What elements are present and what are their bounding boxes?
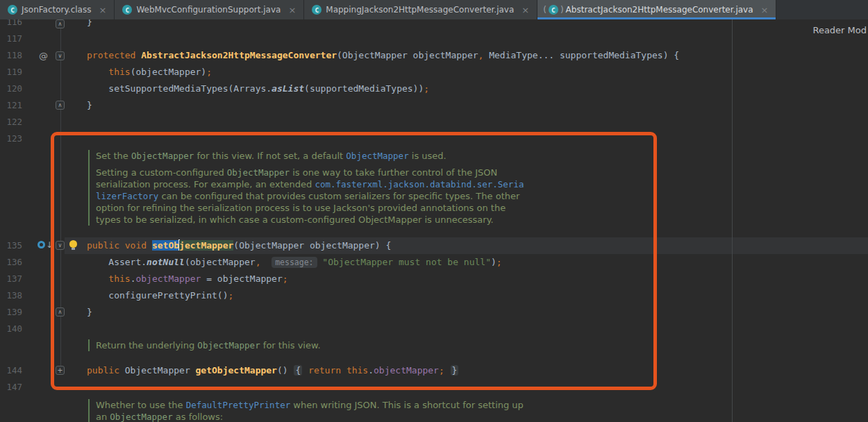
code-line[interactable]: 117 <box>0 31 868 47</box>
code-line[interactable]: 121} <box>0 97 868 114</box>
code-token: return <box>308 365 347 375</box>
code-text: setSupportedMediaTypes(Arrays.asList(sup… <box>87 81 429 97</box>
class-icon: C <box>549 5 558 15</box>
code-line[interactable]: 122 <box>0 114 868 130</box>
code-token: } <box>87 307 92 317</box>
doc-paragraph: Setting a custom-configured ObjectMapper… <box>96 167 525 226</box>
code-token: getObjectMapper <box>196 365 277 375</box>
code-token: } <box>451 365 459 375</box>
code-token: this <box>108 67 130 77</box>
tab-close-icon[interactable]: × <box>521 5 529 15</box>
class-icon: C <box>122 5 132 15</box>
code-token: asList <box>272 83 304 94</box>
rendered-doc-block: Set the ObjectMapper for this view. If n… <box>88 150 525 226</box>
code-text: configurePrettyPrint(); <box>87 287 233 304</box>
line-number: 136 <box>0 254 22 271</box>
line-number: 147 <box>0 379 22 396</box>
code-line[interactable]: 144public ObjectMapper getObjectMapper()… <box>0 362 868 379</box>
code-token: ; <box>228 290 234 301</box>
tab-label: JsonFactory.class <box>22 5 91 15</box>
code-token: (ObjectMapper objectMapper <box>337 50 478 60</box>
code-line[interactable]: 120 setSupportedMediaTypes(Arrays.asList… <box>0 81 868 97</box>
tab-close-icon[interactable]: × <box>761 5 769 15</box>
code-line[interactable]: 140 <box>0 321 868 337</box>
intention-lightbulb-icon[interactable] <box>69 240 77 248</box>
code-line[interactable]: 137 this.objectMapper = objectMapper; <box>0 271 868 287</box>
fold-open-icon[interactable]: ∨ <box>56 241 65 250</box>
doc-text: as follows: <box>173 412 224 422</box>
overridden-method-icon[interactable] <box>37 241 45 248</box>
fold-end-icon[interactable]: ∧ <box>56 19 65 28</box>
tab-close-icon[interactable]: × <box>99 5 106 15</box>
code-text: public ObjectMapper getObjectMapper() { … <box>87 362 459 379</box>
line-number: 118 <box>0 47 22 64</box>
tab-label: MappingJackson2HttpMessageConverter.java <box>326 5 514 15</box>
line-number: 140 <box>0 321 22 337</box>
code-token: ObjectMapper <box>125 365 196 375</box>
code-token: "ObjectMapper must not be null" <box>322 257 491 267</box>
fold-open-icon[interactable]: ∨ <box>56 51 65 60</box>
doc-link[interactable]: DefaultPrettyPrinter <box>186 400 291 410</box>
code-token: } <box>87 19 92 27</box>
rendered-doc-block: Return the underlying ObjectMapper for t… <box>88 339 321 351</box>
down-arrow-icon[interactable]: ↓ <box>46 240 53 250</box>
code-text: public void setObjectMapper(ObjectMapper… <box>87 237 391 254</box>
code-text: protected AbstractJackson2HttpMessageCon… <box>87 47 679 64</box>
tab-label: WebMvcConfigurationSupport.java <box>136 5 281 15</box>
tab-label: AbstractJackson2HttpMessageConverter.jav… <box>566 5 753 15</box>
line-number: 144 <box>0 362 22 379</box>
code-token: (objectMapper <box>185 257 256 267</box>
annotation-at-icon[interactable]: @ <box>39 51 48 61</box>
code-line[interactable]: 135public void setObjectMapper(ObjectMap… <box>0 237 868 254</box>
tab[interactable]: CWebMvcConfigurationSupport.java× <box>115 0 304 19</box>
tab[interactable]: (C)AbstractJackson2HttpMessageConverter.… <box>537 0 776 19</box>
tab-icon-paren: ( <box>543 5 546 15</box>
code-token: (ObjectMapper objectMapper) { <box>233 240 391 251</box>
code-token <box>303 365 308 375</box>
doc-text: ObjectMapper <box>197 340 260 351</box>
line-number: 137 <box>0 271 22 287</box>
rendered-doc-block: Whether to use the DefaultPrettyPrinter … <box>88 399 525 422</box>
code-line[interactable]: 118protected AbstractJackson2HttpMessage… <box>0 47 868 64</box>
fold-end-icon[interactable]: ∧ <box>56 101 65 110</box>
code-token: this <box>347 365 368 375</box>
code-token <box>87 273 108 284</box>
doc-text: is used. <box>409 151 446 161</box>
tab-close-icon[interactable]: × <box>288 5 296 15</box>
code-token: public <box>87 365 125 375</box>
doc-paragraph: Set the ObjectMapper for this view. If n… <box>96 150 525 162</box>
code-line[interactable]: 116} <box>0 19 868 31</box>
code-token: (supportedMediaTypes)) <box>304 83 424 94</box>
code-token: ; <box>424 83 429 94</box>
tab[interactable]: CMappingJackson2HttpMessageConverter.jav… <box>304 0 537 19</box>
code-line[interactable]: 138 configurePrettyPrint(); <box>0 287 868 304</box>
code-token: Assert. <box>87 257 147 267</box>
code-token: objectMapper <box>135 273 201 284</box>
fold-expand-icon[interactable]: + <box>56 366 65 375</box>
code-text: } <box>87 19 92 31</box>
code-editor[interactable]: Reader Mod 116}117118protected AbstractJ… <box>0 19 868 422</box>
code-token: notNull <box>147 257 185 267</box>
doc-link[interactable]: ObjectMapper <box>346 151 408 161</box>
fold-end-icon[interactable]: ∧ <box>56 307 65 316</box>
code-line[interactable]: 119 this(objectMapper); <box>0 64 868 81</box>
class-icon: C <box>8 5 17 15</box>
doc-text: Setting a custom-configured <box>96 167 227 178</box>
line-number: 119 <box>0 64 22 81</box>
code-line[interactable]: 147 <box>0 379 868 396</box>
tab[interactable]: CJsonFactory.class× <box>0 0 115 19</box>
code-text: } <box>87 97 92 114</box>
line-number: 120 <box>0 81 22 97</box>
code-token: ; <box>496 257 502 267</box>
code-token: message: <box>272 257 317 268</box>
code-token: { <box>294 365 302 375</box>
doc-text: for this view. If not set, a default <box>194 151 346 161</box>
code-line[interactable]: 136 Assert.notNull(objectMapper, message… <box>0 254 868 271</box>
code-line[interactable]: 123 <box>0 130 868 147</box>
line-number: 122 <box>0 114 22 130</box>
code-token: protected <box>87 50 141 60</box>
code-token: () <box>277 365 293 375</box>
code-line[interactable]: 139} <box>0 304 868 321</box>
code-token: configurePrettyPrint() <box>87 290 228 301</box>
doc-paragraph: Return the underlying ObjectMapper for t… <box>96 339 321 351</box>
